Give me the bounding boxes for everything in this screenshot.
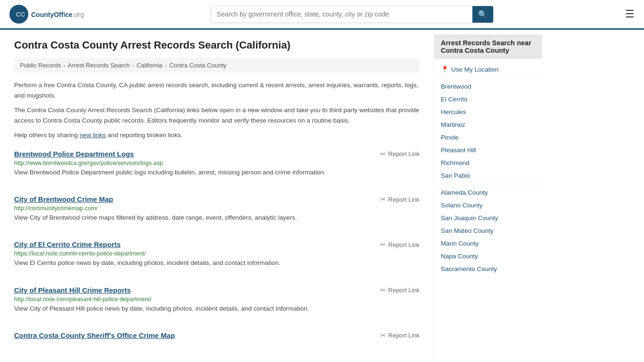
result-item: Brentwood Police Department Logs ✂ Repor… — [14, 150, 420, 182]
svg-text:CO: CO — [16, 11, 25, 18]
sidebar-item-richmond[interactable]: Richmond — [434, 156, 542, 169]
search-input[interactable] — [211, 7, 472, 22]
result-item: City of El Cerrito Crime Reports ✂ Repor… — [14, 240, 420, 272]
sidebar-item-alameda-county[interactable]: Alameda County — [434, 186, 542, 199]
new-links-link[interactable]: new links — [80, 132, 106, 139]
result-item: Contra Costa County Sheriff's Office Cri… — [14, 331, 420, 345]
site-header: CO CountyOffice.org 🔍 ☰ — [0, 0, 644, 30]
breadcrumb-arrest-records[interactable]: Arrest Records Search — [68, 62, 130, 69]
result-title-link[interactable]: Brentwood Police Department Logs — [14, 150, 134, 158]
report-link-4[interactable]: ✂ Report Link — [380, 286, 420, 295]
sidebar-item-pinole[interactable]: Pinole — [434, 131, 542, 144]
report-icon: ✂ — [380, 331, 386, 340]
sidebar-item-sacramento-county[interactable]: Sacramento County — [434, 263, 542, 275]
search-bar: 🔍 — [211, 6, 494, 23]
report-icon: ✂ — [380, 195, 386, 204]
sidebar-item-pleasant-hill[interactable]: Pleasant Hill — [434, 144, 542, 156]
result-desc: View Brentwood Police Department public … — [14, 168, 420, 177]
result-desc: View El Cerrito police news by date, inc… — [14, 258, 420, 268]
hamburger-icon: ☰ — [625, 8, 635, 20]
content-area: Contra Costa County Arrest Records Searc… — [0, 30, 434, 362]
description-1: Perform a free Contra Costa County, CA p… — [14, 80, 420, 100]
use-my-location[interactable]: 📍 Use My Location — [434, 63, 542, 76]
results-list: Brentwood Police Department Logs ✂ Repor… — [14, 150, 420, 345]
sidebar-item-san-mateo-county[interactable]: San Mateo County — [434, 224, 542, 237]
logo-text: CountyOffice.org — [31, 9, 84, 19]
sidebar-item-san-joaquin-county[interactable]: San Joaquin County — [434, 212, 542, 224]
result-title-link[interactable]: City of Brentwood Crime Map — [14, 195, 113, 203]
sidebar-item-brentwood[interactable]: Brentwood — [434, 80, 542, 93]
sidebar-item-elcerrito[interactable]: El Cerrito — [434, 93, 542, 106]
search-button[interactable]: 🔍 — [472, 6, 493, 23]
sidebar-item-solano-county[interactable]: Solano County — [434, 199, 542, 212]
result-url: http://www.brentwoodca.gov/gov/police/se… — [14, 160, 420, 166]
report-icon: ✂ — [380, 286, 386, 295]
search-icon: 🔍 — [478, 10, 487, 18]
result-title-link[interactable]: City of Pleasant Hill Crime Reports — [14, 286, 131, 294]
breadcrumb-contra-costa[interactable]: Contra Costa County — [169, 62, 226, 69]
result-title-link[interactable]: Contra Costa County Sheriff's Office Cri… — [14, 331, 175, 339]
sidebar-item-napa-county[interactable]: Napa County — [434, 250, 542, 263]
description-2: The Contra Costa County Arrest Records S… — [14, 105, 420, 125]
report-link-3[interactable]: ✂ Report Link — [380, 240, 420, 249]
menu-button[interactable]: ☰ — [625, 8, 635, 20]
main-container: Contra Costa County Arrest Records Searc… — [0, 30, 644, 362]
result-url: http://communitycrimemap.com/ — [14, 205, 420, 212]
description-3: Help others by sharing new links and rep… — [14, 130, 420, 140]
result-title-link[interactable]: City of El Cerrito Crime Reports — [14, 240, 121, 248]
breadcrumb-california[interactable]: California — [137, 62, 163, 69]
breadcrumb: Public Records › Arrest Records Search ›… — [14, 58, 420, 73]
page-title: Contra Costa County Arrest Records Searc… — [14, 39, 420, 51]
sidebar-item-marin-county[interactable]: Marin County — [434, 237, 542, 250]
divider — [434, 78, 542, 78]
logo[interactable]: CO CountyOffice.org — [9, 5, 84, 24]
report-icon: ✂ — [380, 240, 386, 249]
sidebar-header: Arrest Records Search near Contra Costa … — [434, 34, 542, 59]
result-url: https://local.nixle.com/el-cerrito-polic… — [14, 250, 420, 257]
result-desc: View City of Brentwood crime maps filter… — [14, 213, 420, 222]
sidebar-item-hercules[interactable]: Hercules — [434, 106, 542, 118]
result-desc: View City of Pleasant Hill police news b… — [14, 304, 420, 313]
report-link-5[interactable]: ✂ Report Link — [380, 331, 420, 340]
breadcrumb-public-records[interactable]: Public Records — [20, 62, 61, 69]
sidebar-item-martinez[interactable]: Martinez — [434, 118, 542, 131]
sidebar-item-san-pablo[interactable]: San Pablo — [434, 169, 542, 182]
result-item: City of Pleasant Hill Crime Reports ✂ Re… — [14, 286, 420, 318]
logo-icon: CO — [9, 5, 28, 24]
result-url: http://local.nixle.com/pleasant-hill-pol… — [14, 296, 420, 303]
divider-counties — [434, 184, 542, 184]
report-link-1[interactable]: ✂ Report Link — [380, 150, 420, 158]
location-icon: 📍 — [441, 66, 449, 73]
sidebar: Arrest Records Search near Contra Costa … — [434, 30, 542, 362]
report-icon: ✂ — [380, 150, 386, 158]
report-link-2[interactable]: ✂ Report Link — [380, 195, 420, 204]
result-item: City of Brentwood Crime Map ✂ Report Lin… — [14, 195, 420, 227]
